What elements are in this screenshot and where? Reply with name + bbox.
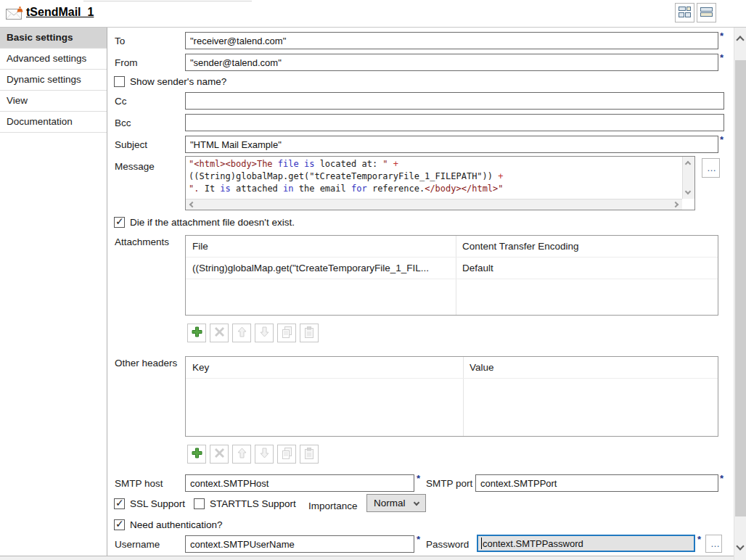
- chevron-down-icon: [414, 500, 419, 506]
- starttls-checkbox-row: STARTTLS Support: [194, 497, 296, 510]
- die-if-checkbox[interactable]: [114, 217, 125, 228]
- ssl-label: SSL Support: [130, 498, 185, 509]
- paste-row-button: [300, 445, 319, 464]
- message-code[interactable]: "<html><body>The file is located at: " +…: [186, 157, 682, 199]
- smtp-port-required-asterisk: *: [720, 473, 724, 484]
- password-label: Password: [426, 539, 469, 550]
- bcc-label: Bcc: [115, 118, 131, 128]
- copy-row-button: [277, 324, 296, 342]
- remove-row-button: [210, 445, 229, 464]
- column-header: Content Transfer Encoding: [462, 236, 716, 257]
- smtp-port-input[interactable]: [475, 474, 718, 492]
- other-headers-table[interactable]: KeyValue: [185, 356, 718, 437]
- password-ellipsis-button[interactable]: …: [705, 535, 722, 553]
- up-icon: [237, 448, 247, 461]
- need-auth-checkbox-row: Need authentication?: [114, 518, 223, 531]
- to-required-asterisk: *: [720, 30, 724, 41]
- down-icon: [260, 448, 269, 461]
- message-code-line: ((String)globalMap.get("tCreateTemporary…: [189, 170, 682, 183]
- scroll-right-icon[interactable]: [673, 202, 679, 207]
- subject-required-asterisk: *: [720, 134, 724, 145]
- stacked-layout-button[interactable]: [697, 3, 716, 22]
- paste-row-button: [300, 324, 319, 342]
- stacked-layout-icon: [700, 7, 713, 20]
- scroll-left-icon[interactable]: [189, 202, 195, 207]
- mail-icon: [6, 7, 24, 22]
- scrollbar-down-icon[interactable]: [737, 540, 743, 551]
- to-input[interactable]: [185, 32, 718, 49]
- sidebar-item-basic-settings[interactable]: Basic settings: [0, 28, 107, 49]
- to-label: To: [115, 36, 125, 46]
- password-input[interactable]: [477, 535, 695, 552]
- from-required-asterisk: *: [720, 52, 724, 63]
- copy-icon: [282, 326, 292, 340]
- column-divider: [456, 236, 456, 315]
- show-sender-label: Show sender's name?: [130, 76, 226, 87]
- scrollbar-up-icon[interactable]: [737, 34, 743, 45]
- subject-label: Subject: [115, 139, 147, 150]
- smtp-host-input[interactable]: [185, 474, 414, 492]
- other-headers-label: Other headers: [115, 358, 177, 368]
- smtp-host-required-asterisk: *: [417, 473, 420, 484]
- copy-row-button: [277, 445, 296, 464]
- tab-edge: [83, 1, 252, 1]
- die-if-label: Die if the attachment file doesn't exist…: [130, 217, 295, 228]
- view-bottom-border: [0, 556, 734, 560]
- table-cell: Default: [462, 258, 716, 279]
- copy-icon: [282, 448, 292, 461]
- remove-row-button: [210, 324, 229, 342]
- ssl-checkbox[interactable]: [114, 498, 125, 509]
- message-code-line: ". It is attached in the email for refer…: [189, 183, 682, 195]
- component-header: tSendMail_1: [0, 0, 746, 28]
- column-header: File: [192, 236, 454, 257]
- password-required-asterisk: *: [697, 534, 701, 545]
- header-divider: [186, 378, 718, 379]
- down-icon: [260, 326, 269, 339]
- cc-input[interactable]: [185, 92, 724, 110]
- bcc-input[interactable]: [185, 114, 724, 131]
- column-header: Value: [470, 357, 716, 378]
- need-auth-label: Need authentication?: [130, 519, 223, 530]
- need-auth-checkbox[interactable]: [114, 519, 125, 530]
- sidebar-item-advanced-settings[interactable]: Advanced settings: [0, 49, 107, 70]
- message-vertical-scrollbar[interactable]: [682, 157, 694, 199]
- importance-dropdown[interactable]: Normal: [366, 494, 426, 512]
- add-icon: [192, 448, 202, 461]
- grid-layout-icon: [679, 7, 691, 20]
- up-icon: [237, 326, 247, 339]
- username-input[interactable]: [185, 535, 414, 553]
- cc-label: Cc: [115, 96, 127, 107]
- table-cell: ((String)globalMap.get("tCreateTemporary…: [192, 258, 454, 279]
- remove-icon: [215, 327, 224, 339]
- smtp-port-label: SMTP port: [426, 478, 472, 489]
- scroll-down-icon[interactable]: [685, 189, 691, 194]
- add-row-button[interactable]: [187, 324, 206, 342]
- message-ellipsis-button[interactable]: …: [702, 158, 720, 178]
- username-label: Username: [115, 539, 160, 550]
- importance-label: Importance: [308, 501, 358, 511]
- show-sender-checkbox[interactable]: [114, 76, 125, 87]
- username-required-asterisk: *: [417, 534, 420, 545]
- component-title: tSendMail_1: [26, 6, 94, 19]
- ssl-checkbox-row: SSL Support: [114, 497, 185, 510]
- starttls-checkbox[interactable]: [194, 498, 205, 509]
- attachments-table[interactable]: FileContent Transfer Encoding((String)gl…: [185, 235, 718, 316]
- sidebar-item-view[interactable]: View: [0, 91, 107, 112]
- vertical-scrollbar[interactable]: [734, 28, 746, 560]
- scrollbar-thumb[interactable]: [735, 60, 746, 516]
- grid-layout-button[interactable]: [675, 3, 694, 22]
- move-up-button: [232, 445, 251, 464]
- from-input[interactable]: [185, 54, 718, 71]
- message-editor[interactable]: "<html><body>The file is located at: " +…: [185, 156, 695, 210]
- add-icon: [192, 326, 202, 339]
- column-divider: [463, 357, 464, 436]
- subject-input[interactable]: [185, 136, 718, 153]
- add-row-button[interactable]: [187, 445, 206, 464]
- column-header: Key: [192, 357, 461, 378]
- sidebar-item-dynamic-settings[interactable]: Dynamic settings: [0, 70, 107, 91]
- message-horizontal-scrollbar[interactable]: [186, 199, 682, 210]
- sidebar-item-documentation[interactable]: Documentation: [0, 112, 107, 133]
- other-headers-toolbar: [187, 445, 319, 464]
- scroll-up-icon[interactable]: [685, 161, 691, 167]
- message-label: Message: [115, 161, 155, 172]
